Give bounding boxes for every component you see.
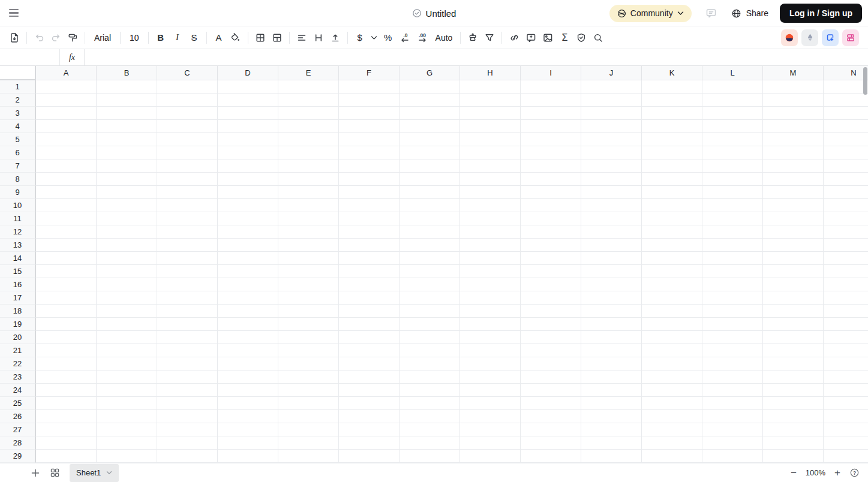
column-header-E[interactable]: E xyxy=(278,66,339,80)
cell-A19[interactable] xyxy=(36,318,97,331)
cell-I22[interactable] xyxy=(521,357,581,370)
cell-C22[interactable] xyxy=(157,357,218,370)
cell-B20[interactable] xyxy=(97,331,157,344)
cell-M15[interactable] xyxy=(763,265,824,278)
cell-J17[interactable] xyxy=(581,291,642,305)
cell-C12[interactable] xyxy=(157,225,218,239)
cell-H19[interactable] xyxy=(460,318,521,331)
cell-G10[interactable] xyxy=(400,199,460,212)
row-header-18[interactable]: 18 xyxy=(0,305,36,318)
cell-F25[interactable] xyxy=(339,397,400,410)
row-header-29[interactable]: 29 xyxy=(0,450,36,463)
cell-L16[interactable] xyxy=(702,278,763,291)
cell-I17[interactable] xyxy=(521,291,581,305)
cell-F17[interactable] xyxy=(339,291,400,305)
cell-I29[interactable] xyxy=(521,450,581,463)
cell-J1[interactable] xyxy=(581,80,642,94)
cell-E9[interactable] xyxy=(278,186,339,199)
cell-F1[interactable] xyxy=(339,80,400,94)
cell-I18[interactable] xyxy=(521,305,581,318)
cell-I26[interactable] xyxy=(521,410,581,423)
cell-G29[interactable] xyxy=(400,450,460,463)
cell-B21[interactable] xyxy=(97,344,157,357)
cell-N23[interactable] xyxy=(824,370,868,384)
row-header-25[interactable]: 25 xyxy=(0,397,36,410)
cell-H26[interactable] xyxy=(460,410,521,423)
add-comment-icon[interactable] xyxy=(522,30,539,46)
cell-J19[interactable] xyxy=(581,318,642,331)
cell-L14[interactable] xyxy=(702,252,763,265)
cell-M7[interactable] xyxy=(763,159,824,173)
row-header-11[interactable]: 11 xyxy=(0,212,36,225)
ethereum-plugin-button[interactable] xyxy=(801,29,818,46)
cell-N4[interactable] xyxy=(824,120,868,133)
cell-C21[interactable] xyxy=(157,344,218,357)
insert-image-icon[interactable] xyxy=(539,30,556,46)
row-header-8[interactable]: 8 xyxy=(0,173,36,186)
cell-I27[interactable] xyxy=(521,423,581,436)
cell-B15[interactable] xyxy=(97,265,157,278)
cell-H27[interactable] xyxy=(460,423,521,436)
cell-K17[interactable] xyxy=(642,291,702,305)
cell-F16[interactable] xyxy=(339,278,400,291)
cell-K7[interactable] xyxy=(642,159,702,173)
cell-J6[interactable] xyxy=(581,146,642,159)
row-header-14[interactable]: 14 xyxy=(0,252,36,265)
currency-chevron-icon[interactable] xyxy=(368,30,380,46)
cell-K13[interactable] xyxy=(642,239,702,252)
column-header-N[interactable]: N xyxy=(824,66,868,80)
cell-I2[interactable] xyxy=(521,94,581,107)
cell-F19[interactable] xyxy=(339,318,400,331)
cell-F8[interactable] xyxy=(339,173,400,186)
cell-E29[interactable] xyxy=(278,450,339,463)
cell-I15[interactable] xyxy=(521,265,581,278)
cell-F15[interactable] xyxy=(339,265,400,278)
cell-H25[interactable] xyxy=(460,397,521,410)
cell-I20[interactable] xyxy=(521,331,581,344)
horizontal-align-icon[interactable] xyxy=(293,30,310,46)
cell-M25[interactable] xyxy=(763,397,824,410)
cell-G4[interactable] xyxy=(400,120,460,133)
cell-J7[interactable] xyxy=(581,159,642,173)
cell-A17[interactable] xyxy=(36,291,97,305)
cell-L12[interactable] xyxy=(702,225,763,239)
cell-L5[interactable] xyxy=(702,133,763,146)
column-header-B[interactable]: B xyxy=(97,66,157,80)
cell-K1[interactable] xyxy=(642,80,702,94)
fill-color-icon[interactable] xyxy=(227,30,244,46)
cell-A9[interactable] xyxy=(36,186,97,199)
text-color-button[interactable]: A xyxy=(211,30,227,46)
cell-E14[interactable] xyxy=(278,252,339,265)
cell-B25[interactable] xyxy=(97,397,157,410)
import-plugin-button[interactable] xyxy=(822,29,839,46)
cell-G24[interactable] xyxy=(400,384,460,397)
cell-M22[interactable] xyxy=(763,357,824,370)
cell-C1[interactable] xyxy=(157,80,218,94)
cell-A11[interactable] xyxy=(36,212,97,225)
cell-I19[interactable] xyxy=(521,318,581,331)
row-header-26[interactable]: 26 xyxy=(0,410,36,423)
cell-M29[interactable] xyxy=(763,450,824,463)
cell-I1[interactable] xyxy=(521,80,581,94)
cell-K3[interactable] xyxy=(642,107,702,120)
filter-icon[interactable] xyxy=(481,30,498,46)
cell-L13[interactable] xyxy=(702,239,763,252)
menu-icon[interactable] xyxy=(9,5,26,22)
cell-A10[interactable] xyxy=(36,199,97,212)
cell-H18[interactable] xyxy=(460,305,521,318)
cell-H23[interactable] xyxy=(460,370,521,384)
row-header-1[interactable]: 1 xyxy=(0,80,36,94)
column-header-D[interactable]: D xyxy=(218,66,278,80)
cell-A12[interactable] xyxy=(36,225,97,239)
cell-N10[interactable] xyxy=(824,199,868,212)
cell-B26[interactable] xyxy=(97,410,157,423)
cell-N7[interactable] xyxy=(824,159,868,173)
cell-K10[interactable] xyxy=(642,199,702,212)
sum-formula-button[interactable]: Σ xyxy=(556,30,573,46)
cell-L19[interactable] xyxy=(702,318,763,331)
cell-E1[interactable] xyxy=(278,80,339,94)
row-header-19[interactable]: 19 xyxy=(0,318,36,331)
layout-plugin-button[interactable] xyxy=(842,29,859,46)
cell-E17[interactable] xyxy=(278,291,339,305)
auto-format-button[interactable]: Auto xyxy=(431,30,457,46)
